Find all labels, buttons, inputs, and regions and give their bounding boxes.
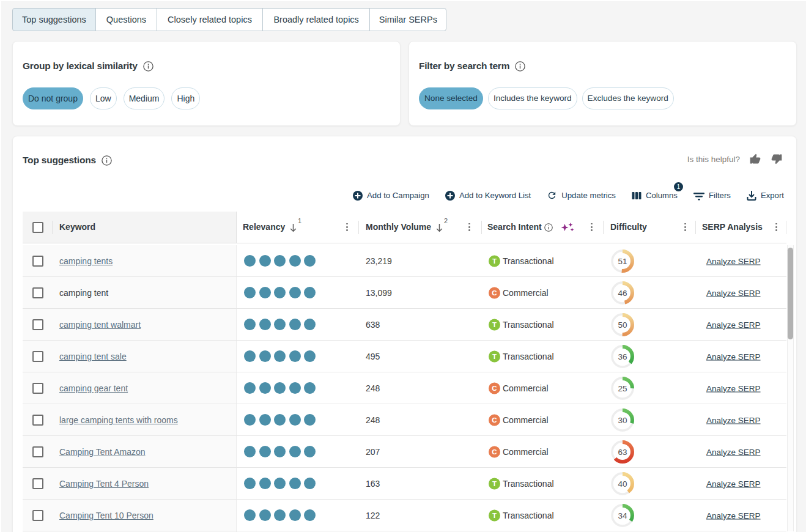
- svg-text:30: 30: [618, 416, 627, 425]
- svg-text:50: 50: [618, 320, 627, 330]
- svg-text:63: 63: [618, 448, 627, 457]
- svg-text:36: 36: [618, 352, 627, 361]
- svg-text:51: 51: [618, 257, 627, 266]
- svg-text:25: 25: [618, 384, 627, 393]
- svg-text:34: 34: [618, 511, 627, 520]
- svg-text:46: 46: [618, 289, 627, 298]
- svg-text:40: 40: [618, 479, 627, 489]
